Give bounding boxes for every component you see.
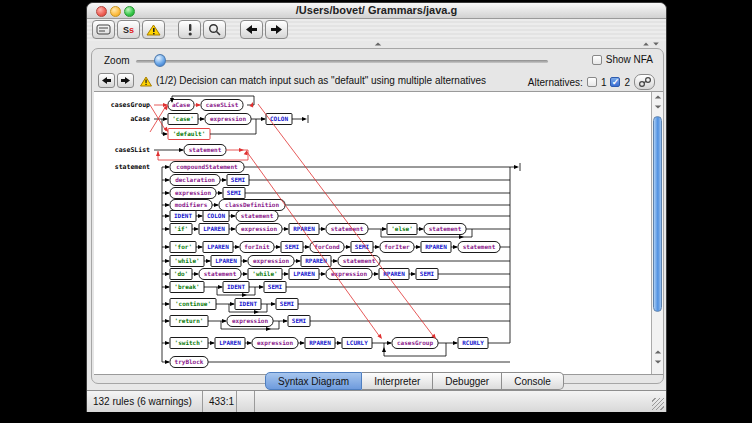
zoom-slider-thumb[interactable] xyxy=(154,54,166,67)
alt1-checkbox[interactable] xyxy=(587,77,597,87)
rules-panel-button[interactable] xyxy=(92,20,115,39)
svg-text:SEMI: SEMI xyxy=(231,176,246,183)
window-title: /Users/bovet/ Grammars/java.g xyxy=(87,4,666,16)
zoom-label: Zoom xyxy=(104,55,130,66)
show-nfa-checkbox[interactable] xyxy=(592,55,602,65)
link-rule-button[interactable] xyxy=(634,74,655,90)
scroll-up-icon[interactable] xyxy=(655,95,661,98)
svg-text:SEMI: SEMI xyxy=(285,243,300,250)
svg-text:expression: expression xyxy=(331,270,368,278)
svg-text:LPAREN: LPAREN xyxy=(215,257,237,264)
svg-text:'while': 'while' xyxy=(174,257,199,264)
split-divider[interactable] xyxy=(87,41,666,48)
svg-text:RPAREN: RPAREN xyxy=(425,243,447,250)
svg-text:statement: statement xyxy=(343,257,376,264)
svg-text:'while': 'while' xyxy=(252,270,277,277)
status-spare-cell xyxy=(237,391,255,412)
ideas-button[interactable] xyxy=(178,20,201,39)
svg-text:LPAREN: LPAREN xyxy=(203,225,225,232)
svg-text:statement: statement xyxy=(241,212,274,219)
tab-syntax-diagram[interactable]: Syntax Diagram xyxy=(265,372,362,390)
back-arrow-icon xyxy=(101,76,112,85)
back-button[interactable] xyxy=(240,20,263,39)
tab-interpreter[interactable]: Interpreter xyxy=(362,372,433,390)
svg-text:IDENT: IDENT xyxy=(227,283,245,290)
link-icon xyxy=(638,76,652,88)
svg-text:expression: expression xyxy=(232,317,269,325)
zoom-row: Zoom Show NFA xyxy=(92,49,663,73)
svg-text:LPAREN: LPAREN xyxy=(219,339,241,346)
svg-text:IDENT: IDENT xyxy=(239,300,257,307)
alt2-label: 2 xyxy=(624,77,630,88)
svg-text:'break': 'break' xyxy=(174,283,199,290)
find-button[interactable] xyxy=(203,20,226,39)
svg-text:statement: statement xyxy=(189,146,222,153)
zoom-slider-track[interactable] xyxy=(136,60,548,63)
search-icon xyxy=(208,23,221,36)
svg-text:'case': 'case' xyxy=(172,115,194,122)
svg-text:statement: statement xyxy=(463,243,496,250)
editor-scroll-up-icon[interactable] xyxy=(643,43,649,46)
warnings-button[interactable] xyxy=(142,20,165,39)
title-bar[interactable]: /Users/bovet/ Grammars/java.g xyxy=(87,3,666,19)
svg-text:declaration: declaration xyxy=(175,176,215,183)
scrollbar-thumb[interactable] xyxy=(653,116,662,312)
svg-text:'return': 'return' xyxy=(175,317,204,324)
svg-text:LCURLY: LCURLY xyxy=(346,339,368,346)
show-nfa-label: Show NFA xyxy=(606,54,653,65)
diagram-scrollbar[interactable] xyxy=(651,92,663,374)
scroll-down-icon-bottom[interactable] xyxy=(655,360,661,363)
svg-text:expression: expression xyxy=(241,225,278,233)
warning-icon xyxy=(146,24,161,36)
back-arrow-icon xyxy=(245,24,258,35)
svg-text:aCase: aCase xyxy=(172,101,190,108)
svg-text:statement: statement xyxy=(115,163,150,171)
svg-text:'continue': 'continue' xyxy=(175,300,211,307)
scroll-down-icon[interactable] xyxy=(655,105,661,108)
svg-text:SEMI: SEMI xyxy=(227,189,242,196)
alt2-checkbox[interactable]: ✓ xyxy=(610,77,620,87)
svg-text:LPAREN: LPAREN xyxy=(293,270,315,277)
svg-text:RCURLY: RCURLY xyxy=(462,339,484,346)
alternatives-label: Alternatives: xyxy=(528,77,583,88)
svg-text:expression: expression xyxy=(257,339,294,347)
svg-text:casesGroup: casesGroup xyxy=(111,101,150,109)
warning-row: (1/2) Decision can match input such as "… xyxy=(92,73,663,91)
svg-text:statement: statement xyxy=(429,225,462,232)
svg-text:forCond: forCond xyxy=(314,243,340,250)
resize-grip[interactable] xyxy=(652,398,664,410)
svg-text:'do': 'do' xyxy=(174,270,188,277)
svg-text:SEMI: SEMI xyxy=(280,300,295,307)
railroad-diagram: casesGroupaCasecaseSListaCase'case'expre… xyxy=(94,92,651,374)
ss-icon: Ss xyxy=(123,25,134,35)
alt1-label: 1 xyxy=(601,77,607,88)
svg-text:compoundStatement: compoundStatement xyxy=(176,163,238,171)
svg-text:SEMI: SEMI xyxy=(268,283,283,290)
rules-count: 132 rules (6 warnings) xyxy=(87,391,203,412)
svg-text:aCase: aCase xyxy=(130,115,150,123)
tab-console[interactable]: Console xyxy=(502,372,564,390)
svg-text:'for': 'for' xyxy=(174,243,192,250)
tab-debugger[interactable]: Debugger xyxy=(433,372,502,390)
svg-text:'if': 'if' xyxy=(174,225,188,232)
svg-text:statement: statement xyxy=(331,225,364,232)
svg-text:forInit: forInit xyxy=(244,243,270,250)
next-warning-button[interactable] xyxy=(117,73,134,88)
svg-text:LPAREN: LPAREN xyxy=(207,243,229,250)
svg-text:classDefinition: classDefinition xyxy=(225,201,280,208)
scroll-up-icon-bottom[interactable] xyxy=(655,350,661,353)
divider-collapse-icon[interactable] xyxy=(375,42,381,45)
svg-text:expression: expression xyxy=(175,189,212,197)
syntax-coloring-button[interactable]: Ss xyxy=(117,20,140,39)
syntax-diagram-panel: Zoom Show NFA (1/2) Decision can match i… xyxy=(91,48,664,384)
editor-scroll-down-icon[interactable] xyxy=(653,43,659,46)
forward-button[interactable] xyxy=(265,20,288,39)
svg-text:tryBlock: tryBlock xyxy=(175,358,204,366)
warning-icon xyxy=(140,76,152,87)
caret-position: 433:1 xyxy=(203,391,237,412)
svg-text:COLON: COLON xyxy=(270,115,288,122)
prev-warning-button[interactable] xyxy=(98,73,115,88)
syntax-diagram-canvas[interactable]: casesGroupaCasecaseSListaCase'case'expre… xyxy=(94,91,663,375)
svg-text:RPAREN: RPAREN xyxy=(309,339,331,346)
status-bar: 132 rules (6 warnings) 433:1 xyxy=(87,390,666,412)
